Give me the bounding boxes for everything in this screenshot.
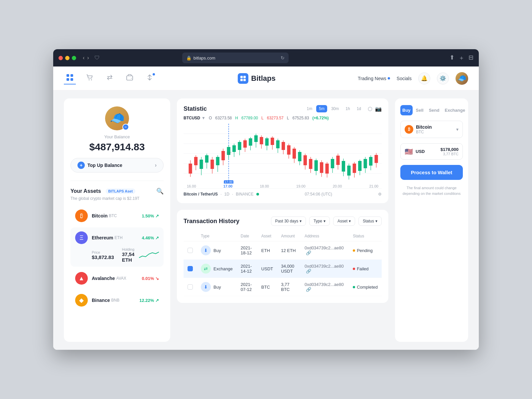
new-tab-icon[interactable]: ＋ [459, 54, 465, 62]
notifications-button[interactable]: 🔔 [418, 72, 430, 84]
filter-asset[interactable]: Asset ▾ [333, 216, 355, 226]
traffic-lights [59, 56, 76, 60]
row3-checkbox[interactable] [188, 284, 193, 290]
svg-rect-71 [325, 164, 329, 174]
crypto-select-chevron: ▾ [456, 127, 459, 132]
filter-status[interactable]: Status ▾ [358, 216, 382, 226]
svg-rect-43 [249, 138, 252, 146]
asset-item-btc[interactable]: ₿ Bitcoin BTC 1.50% ↗ [70, 205, 164, 226]
tx-address: 0xd034739c2...ae80 🔗 [301, 260, 349, 278]
tx-type-icon-exchange: ⇄ [201, 264, 211, 274]
asset-item-eth[interactable]: Ξ Ethereum ETH 4.46% ↗ Price $3,872.83 [70, 227, 164, 267]
svg-rect-85 [364, 159, 367, 168]
currency-amount-btc: 3,77 BTC [441, 152, 459, 156]
settings-button[interactable]: ⚙️ [437, 72, 449, 84]
nav-transfer[interactable] [104, 72, 116, 84]
tab-exchange[interactable]: Exchange [443, 105, 467, 115]
chart-settings-icon[interactable]: ⚙ [378, 192, 382, 197]
tx-asset: BTC [257, 278, 277, 296]
row1-checkbox[interactable] [188, 248, 193, 253]
col-date: Date [237, 231, 257, 241]
crypto-selector[interactable]: ₿ Bitcoin BTC ▾ [400, 121, 463, 138]
nav-swap[interactable] [144, 72, 156, 84]
currency-input[interactable]: 🇺🇸 USD $178,000 3,77 BTC [400, 143, 463, 160]
time-1m[interactable]: 1m [304, 105, 315, 112]
refresh-icon[interactable]: ↻ [281, 55, 285, 61]
svg-rect-21 [200, 160, 203, 169]
maximize-button[interactable] [72, 56, 76, 60]
btc-icon: ₿ [75, 209, 88, 222]
bnb-change: 12.22% ↗ [139, 298, 159, 303]
right-panel: Buy Sell Send Exchange ₿ Bitcoin BTC ▾ 🇺… [395, 98, 468, 342]
address-link-icon2[interactable]: 🔗 [306, 269, 311, 274]
failed-dot [353, 268, 355, 270]
svg-rect-9 [240, 79, 243, 81]
svg-rect-73 [331, 159, 334, 168]
svg-rect-55 [282, 142, 285, 150]
tx-amount: 3,77 BTC [277, 278, 301, 296]
row2-checkbox[interactable] [188, 266, 193, 271]
sidebar-toggle-icon[interactable]: ⊟ [468, 54, 473, 62]
camera-icon[interactable]: 📷 [375, 106, 382, 112]
avax-icon: ▲ [75, 272, 88, 285]
svg-rect-37 [232, 145, 236, 152]
tab-sell[interactable]: Sell [414, 105, 426, 115]
topup-button[interactable]: + Top Up Balance › [70, 158, 164, 173]
asset-item-bnb[interactable]: ◆ Binance BNB 12.22% ↗ [70, 290, 164, 311]
chevron-down-icon: ▾ [300, 219, 302, 223]
nav-cart[interactable] [84, 72, 96, 84]
minimize-button[interactable] [65, 56, 69, 60]
svg-rect-81 [353, 164, 356, 173]
col-address: Address [301, 231, 349, 241]
forward-button[interactable]: › [87, 55, 89, 61]
svg-rect-0 [66, 74, 69, 77]
time-1h[interactable]: 1h [343, 105, 352, 112]
tx-date: 2021-07-12 [237, 278, 257, 296]
socials-link[interactable]: Socials [397, 76, 412, 81]
status-badge-completed: Completed [353, 285, 378, 290]
usd-flag-icon: 🇺🇸 [405, 148, 413, 156]
x-label-17: 17.00 [223, 184, 233, 188]
filter-type[interactable]: Type ▾ [309, 216, 330, 226]
col-type: Type [197, 231, 237, 241]
assets-search-icon[interactable]: 🔍 [156, 188, 164, 195]
share-icon[interactable]: ⬆ [450, 54, 455, 62]
statistic-card: Statistic 1m 5m 30m 1h 1d ⬡ 📷 [177, 98, 388, 203]
chart-pair: Bitcoin / TetherUS [184, 192, 218, 197]
profile-section: 🧢 ✏ Your Balance $487,914.83 + Top Up Ba… [70, 106, 164, 181]
svg-text:☞: ☞ [226, 150, 232, 157]
lock-icon: 🔒 [186, 56, 192, 61]
time-1d[interactable]: 1d [354, 105, 364, 112]
back-button[interactable]: ‹ [83, 55, 84, 61]
status-label: Failed [357, 266, 368, 271]
browser-chrome: ‹ › 🛡 🔒 bitlaps.com ↻ ⬆ ＋ ⊟ [53, 49, 479, 66]
close-button[interactable] [59, 56, 63, 60]
asset-item-avax[interactable]: ▲ Avalanche AVAX 0.01% ↘ [70, 268, 164, 289]
svg-rect-87 [369, 157, 372, 166]
address-link-icon3[interactable]: 🔗 [306, 287, 311, 292]
expand-chart-icon[interactable]: ⬡ [368, 106, 372, 112]
address-link-icon[interactable]: 🔗 [306, 250, 311, 255]
time-30m[interactable]: 30m [329, 105, 341, 112]
currency-label: USD [416, 149, 425, 154]
address-bar[interactable]: 🔒 bitlaps.com ↻ [182, 53, 289, 63]
bnb-icon: ◆ [75, 294, 88, 307]
process-wallet-button[interactable]: Process to Wallet [400, 165, 463, 180]
trading-news-dot [388, 77, 390, 79]
ticker-low-label: L [261, 116, 264, 120]
trading-news-link[interactable]: Trading News [358, 76, 390, 81]
filter-period[interactable]: Past 30 days ▾ [271, 216, 306, 226]
status-chevron-icon: ▾ [375, 219, 377, 223]
tab-buy[interactable]: Buy [400, 105, 413, 115]
nav-dashboard[interactable] [64, 72, 76, 84]
avatar-edit-button[interactable]: ✏ [122, 124, 129, 130]
status-badge-failed: Failed [353, 266, 378, 271]
svg-rect-67 [315, 160, 318, 171]
tab-send[interactable]: Send [427, 105, 442, 115]
nav-wallet[interactable] [124, 72, 136, 84]
user-avatar[interactable]: 🧢 [456, 72, 468, 85]
logo: Bitlaps [238, 73, 275, 84]
time-5m[interactable]: 5m [316, 105, 327, 112]
avax-ticker: AVAX [116, 276, 126, 281]
svg-rect-59 [293, 149, 296, 159]
